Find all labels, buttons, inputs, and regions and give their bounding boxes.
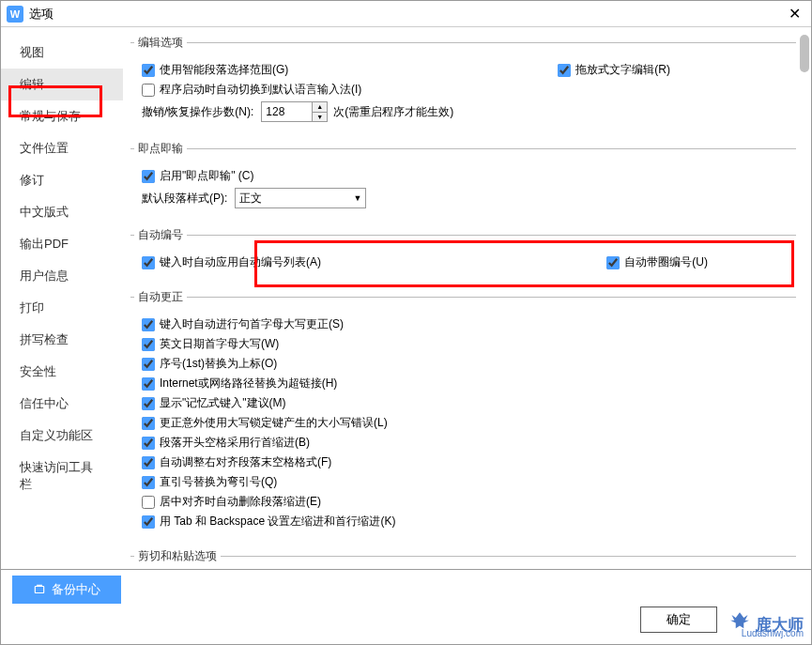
sidebar-item-8[interactable]: 打印 [1, 292, 123, 324]
chk-drag-text[interactable] [558, 64, 571, 77]
chk-autocorrect-3[interactable] [142, 377, 155, 391]
chk-apply-auto-list[interactable] [142, 256, 155, 269]
sidebar-item-3[interactable]: 文件位置 [1, 132, 123, 164]
legend-auto-correct: 自动更正 [134, 289, 187, 305]
chk-smart-para[interactable] [142, 64, 155, 77]
lbl-circle-number: 自动带圈编号(U) [624, 254, 708, 270]
legend-click-type: 即点即输 [134, 141, 187, 157]
legend-cut-paste: 剪切和粘贴选项 [134, 548, 221, 564]
sidebar-item-9[interactable]: 拼写检查 [1, 324, 123, 356]
lbl-autocorrect-4: 显示"记忆式键入"建议(M) [160, 395, 286, 411]
chk-autocorrect-8[interactable] [142, 476, 155, 489]
lbl-autocorrect-7: 自动调整右对齐段落末空格格式(F) [160, 454, 331, 470]
svg-rect-0 [35, 587, 43, 593]
lbl-autocorrect-9: 居中对齐时自动删除段落缩进(E) [160, 494, 321, 510]
chk-autocorrect-10[interactable] [142, 515, 155, 529]
sidebar-item-12[interactable]: 自定义功能区 [1, 420, 123, 452]
lbl-autocorrect-3: Internet或网络路径替换为超链接(H) [160, 376, 337, 392]
chk-autocorrect-2[interactable] [142, 358, 155, 371]
sidebar-item-4[interactable]: 修订 [1, 164, 123, 196]
ok-button[interactable]: 确定 [640, 607, 717, 633]
watermark: 鹿大师 Ludashiwj.com [724, 608, 804, 640]
sidebar: 视图编辑常规与保存文件位置修订中文版式输出PDF用户信息打印拼写检查安全性信任中… [1, 27, 123, 569]
lbl-drag-text: 拖放式文字编辑(R) [575, 62, 670, 78]
footer: 备份中心 确定 鹿大师 Ludashiwj.com [1, 569, 811, 644]
input-undo-steps[interactable] [261, 101, 313, 122]
chk-circle-number[interactable] [606, 256, 620, 269]
sidebar-item-11[interactable]: 信任中心 [1, 388, 123, 420]
section-auto-correct: 自动更正 键入时自动进行句首字母大写更正(S)英文日期首字母大写(W)序号(1s… [130, 289, 796, 543]
spin-up[interactable]: ▲ [313, 102, 327, 113]
sidebar-item-6[interactable]: 输出PDF [1, 228, 123, 260]
app-icon: W [7, 6, 23, 23]
sidebar-item-1[interactable]: 编辑 [1, 69, 123, 100]
lbl-smart-para: 使用智能段落选择范围(G) [160, 62, 288, 78]
lbl-auto-ime: 程序启动时自动切换到默认语言输入法(I) [160, 82, 361, 98]
section-click-type: 即点即输 启用"即点即输" (C) 默认段落样式(P): 正文 ▼ [130, 141, 796, 222]
chk-autocorrect-4[interactable] [142, 397, 155, 410]
sidebar-item-7[interactable]: 用户信息 [1, 260, 123, 292]
scrollbar[interactable] [800, 35, 809, 72]
backup-icon [33, 583, 46, 596]
section-cut-paste: 剪切和粘贴选项 ... [130, 548, 796, 569]
lbl-apply-auto-list: 键入时自动应用自动编号列表(A) [160, 254, 321, 270]
chk-auto-ime[interactable] [142, 84, 155, 97]
legend-edit-options: 编辑选项 [134, 35, 187, 51]
lbl-autocorrect-1: 英文日期首字母大写(W) [160, 336, 279, 352]
lbl-default-style: 默认段落样式(P): [142, 191, 227, 207]
select-default-style[interactable]: 正文 [235, 188, 366, 208]
lbl-autocorrect-2: 序号(1st)替换为上标(O) [160, 356, 277, 372]
legend-auto-number: 自动编号 [134, 227, 187, 243]
lbl-undo-suffix: 次(需重启程序才能生效) [333, 104, 453, 120]
lbl-autocorrect-10: 用 Tab 和 Backspace 设置左缩进和首行缩进(K) [160, 514, 395, 530]
spin-down[interactable]: ▼ [313, 113, 327, 122]
sidebar-item-13[interactable]: 快速访问工具栏 [1, 452, 123, 500]
close-button[interactable]: ✕ [783, 3, 805, 25]
lbl-autocorrect-8: 直引号替换为弯引号(Q) [160, 474, 277, 490]
sidebar-item-10[interactable]: 安全性 [1, 356, 123, 388]
chk-autocorrect-7[interactable] [142, 456, 155, 469]
dialog-title: 选项 [29, 6, 54, 23]
chk-autocorrect-9[interactable] [142, 496, 155, 509]
sidebar-item-2[interactable]: 常规与保存 [1, 100, 123, 132]
lbl-enable-click-type: 启用"即点即输" (C) [160, 168, 254, 184]
lbl-autocorrect-5: 更正意外使用大写锁定键产生的大小写错误(L) [160, 415, 388, 431]
lbl-autocorrect-0: 键入时自动进行句首字母大写更正(S) [160, 316, 344, 332]
backup-center-button[interactable]: 备份中心 [12, 576, 121, 604]
chk-autocorrect-1[interactable] [142, 338, 155, 351]
sidebar-item-0[interactable]: 视图 [1, 37, 123, 69]
chk-autocorrect-6[interactable] [142, 437, 155, 450]
section-edit-options: 编辑选项 使用智能段落选择范围(G) 拖放式文字编辑(R) 程序启动时自动切换到… [130, 35, 796, 135]
chk-enable-click-type[interactable] [142, 170, 155, 183]
chk-autocorrect-5[interactable] [142, 417, 155, 430]
content-area: 编辑选项 使用智能段落选择范围(G) 拖放式文字编辑(R) 程序启动时自动切换到… [123, 27, 811, 569]
lbl-autocorrect-6: 段落开头空格采用行首缩进(B) [160, 435, 310, 451]
sidebar-item-5[interactable]: 中文版式 [1, 196, 123, 228]
section-auto-number: 自动编号 键入时自动应用自动编号列表(A) 自动带圈编号(U) [130, 227, 796, 284]
titlebar: W 选项 ✕ [1, 1, 811, 27]
lbl-undo-steps: 撤销/恢复操作步数(N): [142, 104, 253, 120]
chk-autocorrect-0[interactable] [142, 318, 155, 331]
